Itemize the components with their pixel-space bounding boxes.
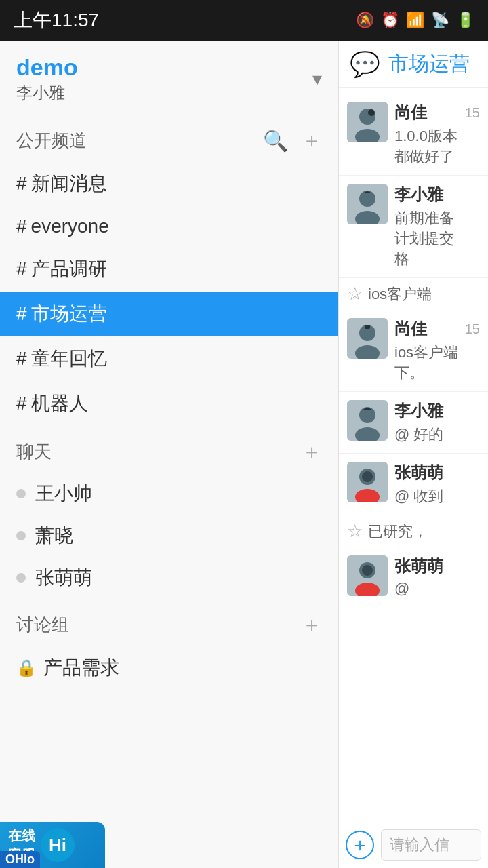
chat-actions: ＋	[302, 438, 322, 466]
add-chat-icon[interactable]: ＋	[302, 438, 322, 466]
message-item[interactable]: 张萌萌 @ 收到	[339, 454, 488, 515]
main-container: demo 李小雅 ▾ 公开频道 🔍 ＋ # 新闻消息 # everyone # …	[0, 41, 488, 868]
svg-rect-10	[365, 325, 370, 329]
online-dot	[16, 573, 26, 583]
sidebar-header: demo 李小雅 ▾	[0, 41, 338, 115]
chat-xiaoxiao[interactable]: 萧晓	[0, 515, 338, 557]
discussion-product[interactable]: 🔒 产品需求	[0, 646, 338, 690]
add-attachment-button[interactable]: ＋	[346, 831, 374, 859]
svg-point-21	[362, 565, 373, 576]
discussion-actions: ＋	[302, 611, 322, 639]
channel-robot[interactable]: # 机器人	[0, 381, 338, 426]
ohio-badge: OHio	[0, 851, 40, 868]
channel-actions: 🔍 ＋	[263, 127, 322, 155]
app-name: demo	[16, 54, 78, 81]
status-icons: 🔕 ⏰ 📶 📡 🔋	[356, 12, 474, 29]
chat-wangxiaoshuai[interactable]: 王小帅	[0, 473, 338, 515]
channel-name-header: 市场运营	[388, 50, 470, 78]
avatar	[347, 555, 388, 596]
input-placeholder: 请输入信	[390, 835, 449, 855]
public-channels-title: 公开频道	[16, 129, 87, 153]
message-item[interactable]: 张萌萌 @	[339, 547, 488, 606]
chat-zhangmengmeng[interactable]: 张萌萌	[0, 557, 338, 599]
public-channels-header: 公开频道 🔍 ＋	[0, 115, 338, 161]
avatar	[347, 184, 388, 224]
status-bar: 上午11:57 🔕 ⏰ 📶 📡 🔋	[0, 0, 488, 41]
avatar	[347, 318, 388, 359]
right-panel: 💬 市场运营	[339, 41, 488, 868]
channel-everyone[interactable]: # everyone	[0, 206, 338, 247]
bottom-input-bar: ＋ 请输入信	[339, 821, 488, 868]
online-service-widget[interactable]: 在线客服 Hi OHio	[0, 822, 105, 868]
svg-point-3	[368, 109, 375, 116]
message-item[interactable]: 尚佳 15 ios客户端 下。	[339, 310, 488, 392]
message-input[interactable]: 请输入信	[381, 829, 481, 861]
right-header: 💬 市场运营	[339, 41, 488, 88]
chat-header: 聊天 ＋	[0, 426, 338, 473]
signal-icon: 📡	[431, 12, 449, 29]
lock-icon: 🔒	[16, 658, 37, 677]
message-list: 尚佳 15 1.0.0版本 都做好了	[339, 88, 488, 821]
sidebar-header-left: demo 李小雅	[16, 54, 78, 104]
message-item[interactable]: 李小雅 @ 好的	[339, 392, 488, 454]
message-item[interactable]: 尚佳 15 1.0.0版本 都做好了	[339, 94, 488, 176]
add-discussion-icon[interactable]: ＋	[302, 611, 322, 639]
channel-news[interactable]: # 新闻消息	[0, 161, 338, 206]
star-icon: ☆	[347, 521, 363, 542]
channel-childhood[interactable]: # 童年回忆	[0, 336, 338, 381]
dropdown-icon[interactable]: ▾	[312, 68, 322, 90]
starred-message-2[interactable]: ☆ 已研究，	[339, 515, 488, 547]
add-channel-icon[interactable]: ＋	[302, 127, 322, 155]
online-dot	[16, 489, 26, 498]
chat-header-icon: 💬	[350, 50, 380, 79]
online-dot	[16, 531, 26, 540]
discussion-title: 讨论组	[16, 613, 69, 637]
wifi-icon: 📶	[406, 12, 424, 29]
avatar	[347, 462, 388, 502]
sidebar: demo 李小雅 ▾ 公开频道 🔍 ＋ # 新闻消息 # everyone # …	[0, 41, 339, 868]
message-item[interactable]: 李小雅 前期准备 计划提交 格	[339, 176, 488, 278]
svg-point-17	[362, 471, 373, 482]
username: 李小雅	[16, 82, 78, 104]
chat-title: 聊天	[16, 440, 52, 464]
discussion-header: 讨论组 ＋	[0, 599, 338, 646]
service-avatar: Hi	[41, 828, 75, 862]
avatar	[347, 102, 388, 142]
channel-market[interactable]: # 市场运营	[0, 292, 338, 336]
starred-message[interactable]: ☆ ios客户端	[339, 278, 488, 310]
search-icon[interactable]: 🔍	[263, 129, 288, 153]
mute-icon: 🔕	[356, 12, 374, 29]
alarm-icon: ⏰	[381, 12, 399, 29]
avatar	[347, 400, 388, 441]
star-icon: ☆	[347, 283, 363, 304]
channel-product[interactable]: # 产品调研	[0, 247, 338, 292]
battery-icon: 🔋	[456, 12, 474, 29]
time-display: 上午11:57	[14, 7, 99, 33]
